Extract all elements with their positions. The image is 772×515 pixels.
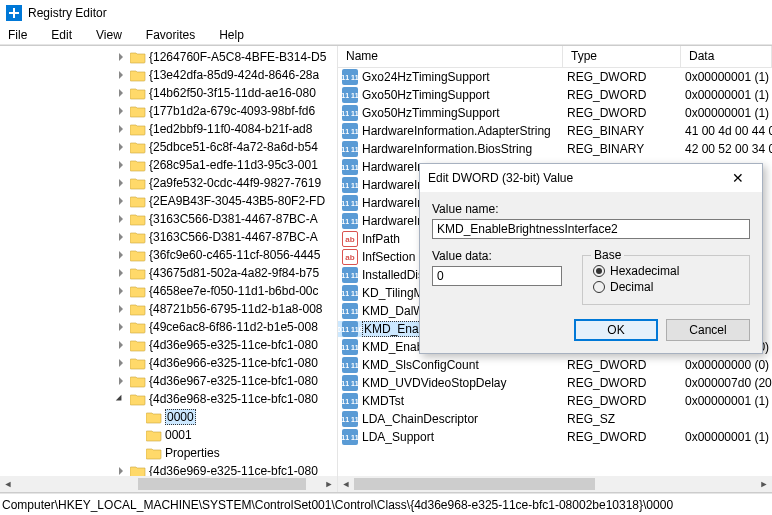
list-row[interactable]: 011 110Gxo50HzTimmingSupportREG_DWORD0x0… xyxy=(338,104,772,122)
tree-item[interactable]: {14b62f50-3f15-11dd-ae16-080 xyxy=(0,84,337,102)
value-data: 0x00000001 (1) xyxy=(681,70,772,84)
folder-icon xyxy=(130,392,146,406)
binary-value-icon: 011 110 xyxy=(342,213,358,229)
tree-horizontal-scrollbar[interactable]: ◄ ► xyxy=(0,476,337,492)
scroll-right-icon[interactable]: ► xyxy=(756,476,772,492)
list-row[interactable]: 011 110Gxo24HzTimingSupportREG_DWORD0x00… xyxy=(338,68,772,86)
tree-item[interactable]: {4d36e966-e325-11ce-bfc1-080 xyxy=(0,354,337,372)
chevron-right-icon[interactable] xyxy=(115,323,127,331)
value-data: 42 00 52 00 34 00 xyxy=(681,142,772,156)
chevron-right-icon[interactable] xyxy=(115,197,127,205)
value-name: HardwareIn xyxy=(362,196,424,210)
list-row[interactable]: 011 110Gxo50HzTimingSupportREG_DWORD0x00… xyxy=(338,86,772,104)
chevron-right-icon[interactable] xyxy=(115,287,127,295)
tree-item[interactable]: {2EA9B43F-3045-43B5-80F2-FD xyxy=(0,192,337,210)
radio-icon xyxy=(593,281,605,293)
chevron-right-icon[interactable] xyxy=(115,251,127,259)
list-row[interactable]: 011 110KMDTstREG_DWORD0x00000001 (1) xyxy=(338,392,772,410)
list-horizontal-scrollbar[interactable]: ◄ ► xyxy=(338,476,772,492)
chevron-right-icon[interactable] xyxy=(115,71,127,79)
tree-item[interactable]: {4d36e965-e325-11ce-bfc1-080 xyxy=(0,336,337,354)
tree-item[interactable]: {43675d81-502a-4a82-9f84-b75 xyxy=(0,264,337,282)
chevron-right-icon[interactable] xyxy=(115,215,127,223)
tree-item[interactable]: {2a9fe532-0cdc-44f9-9827-7619 xyxy=(0,174,337,192)
chevron-down-icon[interactable] xyxy=(115,395,127,403)
ok-button[interactable]: OK xyxy=(574,319,658,341)
cancel-button[interactable]: Cancel xyxy=(666,319,750,341)
chevron-right-icon[interactable] xyxy=(115,107,127,115)
value-data: 0x00000001 (1) xyxy=(681,106,772,120)
tree-item-label: {4d36e965-e325-11ce-bfc1-080 xyxy=(149,338,318,352)
value-data-label: Value data: xyxy=(432,249,562,263)
menu-view[interactable]: View xyxy=(92,26,126,44)
menu-file[interactable]: File xyxy=(4,26,31,44)
tree-item[interactable]: {1ed2bbf9-11f0-4084-b21f-ad8 xyxy=(0,120,337,138)
tree-item[interactable]: {3163C566-D381-4467-87BC-A xyxy=(0,210,337,228)
chevron-right-icon[interactable] xyxy=(115,341,127,349)
list-row[interactable]: 011 110LDA_ChainDescriptorREG_SZ xyxy=(338,410,772,428)
list-row[interactable]: 011 110LDA_SupportREG_DWORD0x00000001 (1… xyxy=(338,428,772,446)
folder-icon xyxy=(130,338,146,352)
tree-pane[interactable]: {1264760F-A5C8-4BFE-B314-D5{13e42dfa-85d… xyxy=(0,46,338,492)
menu-edit[interactable]: Edit xyxy=(47,26,76,44)
tree-item[interactable]: {49ce6ac8-6f86-11d2-b1e5-008 xyxy=(0,318,337,336)
column-header-type[interactable]: Type xyxy=(563,46,681,67)
list-row[interactable]: 011 110HardwareInformation.AdapterString… xyxy=(338,122,772,140)
tree-item[interactable]: {3163C566-D381-4467-87BC-A xyxy=(0,228,337,246)
value-name-input[interactable] xyxy=(432,219,750,239)
scrollbar-thumb[interactable] xyxy=(354,478,595,490)
scroll-left-icon[interactable]: ◄ xyxy=(338,476,354,492)
binary-value-icon: 011 110 xyxy=(342,429,358,445)
tree-item[interactable]: {36fc9e60-c465-11cf-8056-4445 xyxy=(0,246,337,264)
svg-rect-3 xyxy=(9,14,13,18)
chevron-right-icon[interactable] xyxy=(115,359,127,367)
scroll-right-icon[interactable]: ► xyxy=(321,476,337,492)
radio-decimal[interactable]: Decimal xyxy=(593,280,739,294)
scroll-left-icon[interactable]: ◄ xyxy=(0,476,16,492)
tree-item[interactable]: {48721b56-6795-11d2-b1a8-008 xyxy=(0,300,337,318)
folder-icon xyxy=(130,104,146,118)
tree-item[interactable]: {25dbce51-6c8f-4a72-8a6d-b54 xyxy=(0,138,337,156)
chevron-right-icon[interactable] xyxy=(115,143,127,151)
tree-item[interactable]: {13e42dfa-85d9-424d-8646-28a xyxy=(0,66,337,84)
value-name: HardwareInformation.BiosString xyxy=(362,142,532,156)
menu-help[interactable]: Help xyxy=(215,26,248,44)
scrollbar-thumb[interactable] xyxy=(138,478,306,490)
tree-item[interactable]: {4d36e967-e325-11ce-bfc1-080 xyxy=(0,372,337,390)
chevron-right-icon[interactable] xyxy=(115,233,127,241)
folder-icon xyxy=(130,176,146,190)
tree-item[interactable]: Properties xyxy=(0,444,337,462)
value-name: HardwareIn xyxy=(362,214,424,228)
list-row[interactable]: 011 110HardwareInformation.BiosStringREG… xyxy=(338,140,772,158)
chevron-right-icon[interactable] xyxy=(115,269,127,277)
tree-item[interactable]: 0001 xyxy=(0,426,337,444)
menu-favorites[interactable]: Favorites xyxy=(142,26,199,44)
value-name: LDA_Support xyxy=(362,430,434,444)
radio-hexadecimal[interactable]: Hexadecimal xyxy=(593,264,739,278)
tree-item[interactable]: {4d36e968-e325-11ce-bfc1-080 xyxy=(0,390,337,408)
folder-icon xyxy=(130,356,146,370)
chevron-right-icon[interactable] xyxy=(115,89,127,97)
tree-item[interactable]: 0000 xyxy=(0,408,337,426)
tree-item[interactable]: {268c95a1-edfe-11d3-95c3-001 xyxy=(0,156,337,174)
chevron-right-icon[interactable] xyxy=(115,305,127,313)
column-header-name[interactable]: Name xyxy=(338,46,563,67)
column-header-data[interactable]: Data xyxy=(681,46,772,67)
tree-item[interactable]: {177b1d2a-679c-4093-98bf-fd6 xyxy=(0,102,337,120)
tree-item[interactable]: {4658ee7e-f050-11d1-b6bd-00c xyxy=(0,282,337,300)
chevron-right-icon[interactable] xyxy=(115,377,127,385)
status-bar: Computer\HKEY_LOCAL_MACHINE\SYSTEM\Contr… xyxy=(0,493,772,515)
close-icon[interactable]: ✕ xyxy=(722,170,754,186)
chevron-right-icon[interactable] xyxy=(115,125,127,133)
tree-item-label: {3163C566-D381-4467-87BC-A xyxy=(149,230,318,244)
chevron-right-icon[interactable] xyxy=(115,161,127,169)
tree-item-label: {43675d81-502a-4a82-9f84-b75 xyxy=(149,266,319,280)
chevron-right-icon[interactable] xyxy=(115,179,127,187)
list-row[interactable]: 011 110KMD_SlsConfigCountREG_DWORD0x0000… xyxy=(338,356,772,374)
value-data-input[interactable] xyxy=(432,266,562,286)
chevron-right-icon[interactable] xyxy=(115,53,127,61)
chevron-right-icon[interactable] xyxy=(115,467,127,475)
list-row[interactable]: 011 110KMD_UVDVideoStopDelayREG_DWORD0x0… xyxy=(338,374,772,392)
tree-item-label: {2EA9B43F-3045-43B5-80F2-FD xyxy=(149,194,325,208)
tree-item[interactable]: {1264760F-A5C8-4BFE-B314-D5 xyxy=(0,48,337,66)
